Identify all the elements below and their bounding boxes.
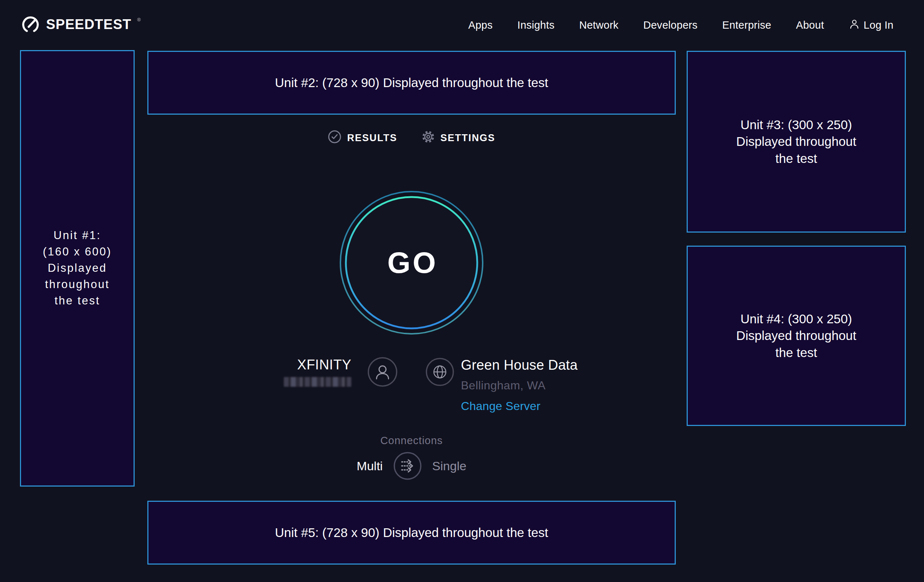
check-circle-icon: [328, 130, 342, 146]
connections-multi-option[interactable]: Multi: [357, 459, 383, 473]
login-label: Log In: [864, 19, 894, 31]
ad-unit-3-label: Unit #3: (300 x 250) Displayed throughou…: [736, 117, 856, 167]
nav-item-enterprise[interactable]: Enterprise: [722, 19, 771, 31]
go-button-label: GO: [385, 246, 438, 280]
brand-name: SPEEDTEST: [46, 14, 131, 35]
server-globe-icon: [425, 358, 454, 388]
ad-unit-2[interactable]: Unit #2: (728 x 90) Displayed throughout…: [147, 51, 676, 115]
user-icon: [849, 18, 860, 32]
server-info: Green House Data Bellingham, WA Change S…: [461, 357, 578, 413]
nav-links: Apps Insights Network Developers Enterpr…: [468, 18, 894, 32]
brand-logo[interactable]: SPEEDTEST ®: [20, 14, 140, 36]
ad-unit-4-label: Unit #4: (300 x 250) Displayed throughou…: [736, 311, 856, 361]
ad-unit-2-label: Unit #2: (728 x 90) Displayed throughout…: [275, 74, 548, 91]
connections-toggle-icon[interactable]: [393, 452, 422, 480]
redacted-isp-detail: [284, 377, 351, 387]
speedtest-gauge-icon: [20, 14, 41, 36]
gear-icon: [421, 130, 435, 146]
ad-unit-5[interactable]: Unit #5: (728 x 90) Displayed throughout…: [147, 501, 676, 565]
nav-item-developers[interactable]: Developers: [643, 19, 698, 31]
server-location: Bellingham, WA: [461, 379, 578, 392]
tab-results[interactable]: RESULTS: [328, 130, 397, 146]
nav-item-network[interactable]: Network: [579, 19, 619, 31]
server-name: Green House Data: [461, 357, 578, 373]
go-button[interactable]: GO: [339, 190, 484, 335]
isp-user-icon: [367, 357, 398, 389]
top-nav-bar: SPEEDTEST ® Apps Insights Network Develo…: [0, 0, 924, 50]
ad-unit-1-label: Unit #1: (160 x 600) Displayed throughou…: [43, 228, 112, 309]
ad-unit-5-label: Unit #5: (728 x 90) Displayed throughout…: [275, 524, 548, 541]
login-button[interactable]: Log In: [849, 18, 894, 32]
connections-toggle-row: Multi Single: [147, 452, 676, 480]
trademark-mark: ®: [137, 17, 141, 22]
nav-item-about[interactable]: About: [796, 19, 824, 31]
nav-item-insights[interactable]: Insights: [518, 19, 554, 31]
change-server-link[interactable]: Change Server: [461, 399, 578, 413]
connections-single-option[interactable]: Single: [432, 459, 467, 473]
tab-settings-label: SETTINGS: [441, 132, 495, 144]
tab-results-label: RESULTS: [347, 132, 397, 144]
isp-info: XFINITY: [284, 357, 351, 387]
connections-heading: Connections: [147, 435, 676, 447]
ad-unit-4[interactable]: Unit #4: (300 x 250) Displayed throughou…: [686, 246, 906, 426]
results-settings-tabs: RESULTS SETTINGS: [147, 130, 676, 146]
ad-unit-3[interactable]: Unit #3: (300 x 250) Displayed throughou…: [686, 51, 906, 232]
isp-name: XFINITY: [284, 357, 351, 373]
ad-unit-1[interactable]: Unit #1: (160 x 600) Displayed throughou…: [20, 50, 135, 486]
nav-item-apps[interactable]: Apps: [468, 19, 492, 31]
tab-settings[interactable]: SETTINGS: [421, 130, 495, 146]
